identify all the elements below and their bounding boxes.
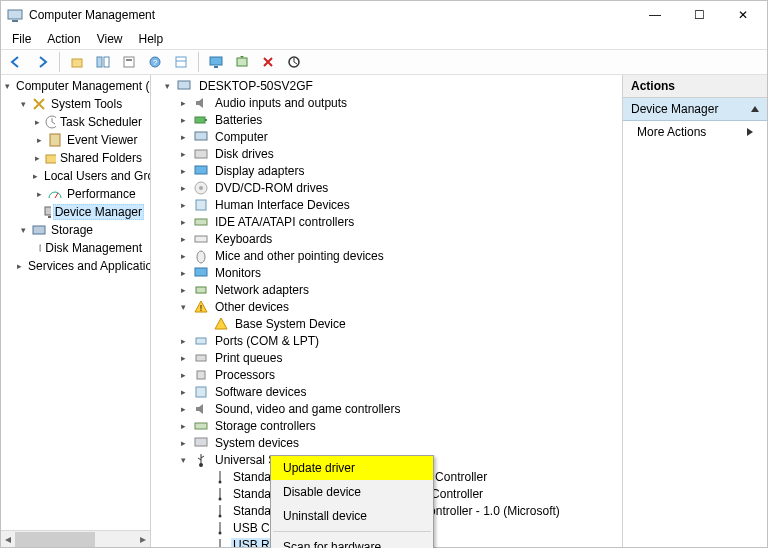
svg-rect-17 xyxy=(50,134,60,146)
chevron-down-icon[interactable]: ▾ xyxy=(177,455,189,465)
chevron-down-icon[interactable]: ▾ xyxy=(161,81,173,91)
up-button[interactable] xyxy=(66,51,88,73)
cat-sound[interactable]: ▸Sound, video and game controllers xyxy=(153,400,622,417)
show-hide-tree-button[interactable] xyxy=(92,51,114,73)
svg-rect-47 xyxy=(195,423,207,429)
port-icon xyxy=(193,333,209,349)
disk-icon xyxy=(193,146,209,162)
svg-rect-2 xyxy=(72,59,82,67)
cat-computer[interactable]: ▸Computer xyxy=(153,128,622,145)
tree-system-tools[interactable]: ▾ System Tools xyxy=(5,95,150,113)
update-driver-icon[interactable] xyxy=(283,51,305,73)
chevron-down-icon[interactable]: ▾ xyxy=(17,225,29,235)
svg-rect-6 xyxy=(126,59,132,61)
cat-ports[interactable]: ▸Ports (COM & LPT) xyxy=(153,332,622,349)
window-title: Computer Management xyxy=(29,8,633,22)
triangle-right-icon xyxy=(747,128,753,136)
storage-icon xyxy=(31,222,47,238)
speaker-icon xyxy=(193,95,209,111)
cat-keyboards[interactable]: ▸Keyboards xyxy=(153,230,622,247)
chevron-down-icon[interactable]: ▾ xyxy=(5,81,10,91)
tree-root[interactable]: ▾ Computer Management (Local) xyxy=(5,77,150,95)
svg-point-16 xyxy=(46,116,56,128)
svg-text:?: ? xyxy=(153,58,158,67)
chevron-right-icon[interactable]: ▸ xyxy=(33,189,45,199)
ide-icon xyxy=(193,214,209,230)
tree-services-applications[interactable]: ▸Services and Applications xyxy=(5,257,150,275)
cat-monitors[interactable]: ▸Monitors xyxy=(153,264,622,281)
svg-rect-22 xyxy=(45,207,51,215)
cat-dvd[interactable]: ▸DVD/CD-ROM drives xyxy=(153,179,622,196)
cat-audio[interactable]: ▸Audio inputs and outputs xyxy=(153,94,622,111)
cat-software[interactable]: ▸Software devices xyxy=(153,383,622,400)
menu-action[interactable]: Action xyxy=(40,31,87,47)
tree-performance[interactable]: ▸Performance xyxy=(5,185,150,203)
device-base-system[interactable]: Base System Device xyxy=(153,315,622,332)
hid-icon xyxy=(193,197,209,213)
svg-rect-44 xyxy=(196,355,206,361)
actions-section-device-manager[interactable]: Device Manager xyxy=(623,98,767,121)
tree-event-viewer[interactable]: ▸Event Viewer xyxy=(5,131,150,149)
cat-system-devices[interactable]: ▸System devices xyxy=(153,434,622,451)
cat-disk-drives[interactable]: ▸Disk drives xyxy=(153,145,622,162)
tree-local-users[interactable]: ▸Local Users and Groups xyxy=(5,167,150,185)
warning-icon: ! xyxy=(193,299,209,315)
book-icon xyxy=(47,132,63,148)
monitor-icon[interactable] xyxy=(205,51,227,73)
maximize-button[interactable]: ☐ xyxy=(677,2,721,28)
minimize-button[interactable]: — xyxy=(633,2,677,28)
cat-storage-controllers[interactable]: ▸Storage controllers xyxy=(153,417,622,434)
chevron-down-icon[interactable]: ▾ xyxy=(177,302,189,312)
tree-task-scheduler[interactable]: ▸Task Scheduler xyxy=(5,113,150,131)
forward-button[interactable] xyxy=(31,51,53,73)
menu-help[interactable]: Help xyxy=(132,31,171,47)
cat-hid[interactable]: ▸Human Interface Devices xyxy=(153,196,622,213)
chevron-right-icon[interactable]: ▸ xyxy=(33,117,42,127)
context-scan-hardware[interactable]: Scan for hardware changes xyxy=(271,535,433,548)
svg-rect-31 xyxy=(195,132,207,140)
help-button[interactable]: ? xyxy=(144,51,166,73)
cat-network[interactable]: ▸Network adapters xyxy=(153,281,622,298)
cat-batteries[interactable]: ▸Batteries xyxy=(153,111,622,128)
svg-point-51 xyxy=(219,497,222,500)
device-manager-icon xyxy=(42,204,51,220)
cat-mice[interactable]: ▸Mice and other pointing devices xyxy=(153,247,622,264)
cat-processors[interactable]: ▸Processors xyxy=(153,366,622,383)
properties-button[interactable] xyxy=(118,51,140,73)
menu-bar: File Action View Help xyxy=(1,29,767,49)
svg-rect-25 xyxy=(40,245,42,251)
clock-icon xyxy=(44,114,56,130)
device-tree-host[interactable]: ▾DESKTOP-50SV2GF xyxy=(153,77,622,94)
computer-icon xyxy=(177,78,193,94)
menu-file[interactable]: File xyxy=(5,31,38,47)
view-button[interactable] xyxy=(170,51,192,73)
uninstall-icon[interactable] xyxy=(257,51,279,73)
chevron-right-icon[interactable]: ▸ xyxy=(33,135,45,145)
tree-device-manager[interactable]: Device Manager xyxy=(5,203,150,221)
tree-disk-management[interactable]: Disk Management xyxy=(5,239,150,257)
chevron-right-icon[interactable]: ▸ xyxy=(177,98,189,108)
svg-rect-28 xyxy=(178,81,190,89)
close-button[interactable]: ✕ xyxy=(721,2,765,28)
svg-rect-0 xyxy=(8,10,22,19)
chevron-down-icon[interactable]: ▾ xyxy=(17,99,29,109)
actions-more-actions[interactable]: More Actions xyxy=(623,121,767,143)
scan-hardware-icon[interactable] xyxy=(231,51,253,73)
chevron-right-icon[interactable]: ▸ xyxy=(33,171,38,181)
tree-storage[interactable]: ▾Storage xyxy=(5,221,150,239)
back-button[interactable] xyxy=(5,51,27,73)
context-update-driver[interactable]: Update driver xyxy=(271,456,433,480)
tree-shared-folders[interactable]: ▸Shared Folders xyxy=(5,149,150,167)
cat-display[interactable]: ▸Display adapters xyxy=(153,162,622,179)
cat-other-devices[interactable]: ▾!Other devices xyxy=(153,298,622,315)
cat-ide[interactable]: ▸IDE ATA/ATAPI controllers xyxy=(153,213,622,230)
left-scrollbar[interactable]: ◂ ▸ xyxy=(1,530,150,547)
chevron-right-icon[interactable]: ▸ xyxy=(17,261,22,271)
gauge-icon xyxy=(47,186,63,202)
context-uninstall-device[interactable]: Uninstall device xyxy=(271,504,433,528)
cat-print-queues[interactable]: ▸Print queues xyxy=(153,349,622,366)
menu-view[interactable]: View xyxy=(90,31,130,47)
keyboard-icon xyxy=(193,231,209,247)
chevron-right-icon[interactable]: ▸ xyxy=(33,153,42,163)
context-disable-device[interactable]: Disable device xyxy=(271,480,433,504)
